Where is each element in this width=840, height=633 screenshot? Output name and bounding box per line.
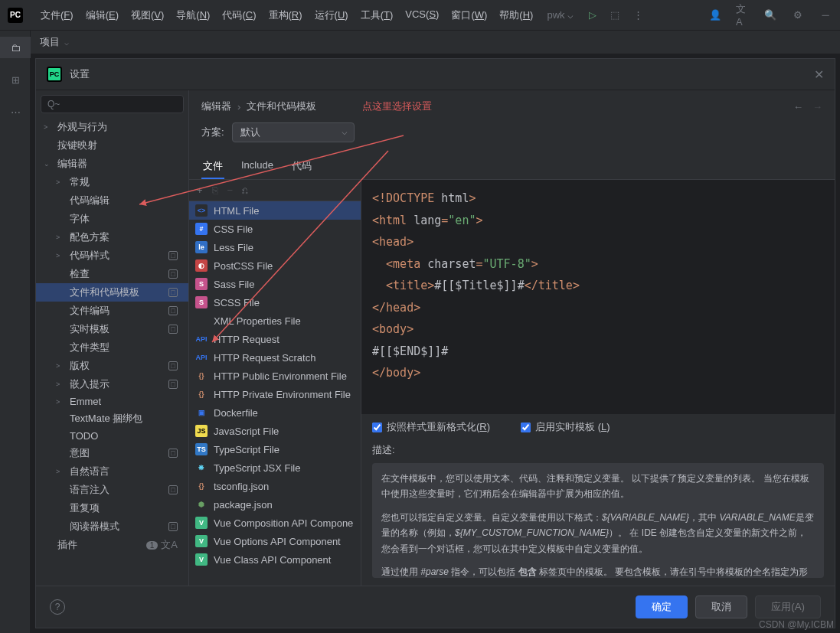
titlebar: PC 文件(F)编辑(E)视图(V)导航(N)代码(C)重构(R)运行(U)工具… [0, 0, 840, 31]
settings-logo: PC [47, 67, 62, 82]
tree-item[interactable]: 语言注入□ [36, 481, 188, 499]
template-file[interactable]: ❋TypeScript JSX File [189, 458, 361, 477]
project-header[interactable]: 项目 ⌵ [31, 31, 840, 54]
tree-item[interactable]: >嵌入提示□ [36, 375, 188, 393]
template-file[interactable]: VVue Class API Component [189, 550, 361, 569]
tree-item[interactable]: 检查□ [36, 265, 188, 283]
more-icon[interactable]: ⋮ [633, 9, 643, 21]
template-file[interactable]: ◐PostCSS File [189, 256, 361, 275]
settings-title: 设置 [70, 67, 814, 81]
tree-item[interactable]: >常规 [36, 173, 188, 191]
tree-item[interactable]: >外观与行为 [36, 118, 188, 136]
scheme-select[interactable]: 默认 [232, 122, 355, 142]
tree-item[interactable]: 重复项 [36, 499, 188, 517]
menu-U[interactable]: 运行(U) [309, 5, 355, 25]
annotation-text: 点这里选择设置 [362, 100, 432, 113]
tree-item[interactable]: 实时模板□ [36, 320, 188, 338]
tree-item[interactable]: >代码样式□ [36, 246, 188, 265]
structure-tool-icon[interactable]: ⊞ [0, 69, 31, 90]
ok-button[interactable]: 确定 [636, 595, 688, 618]
menu-V[interactable]: 视图(V) [125, 5, 170, 25]
tree-item[interactable]: 代码编辑 [36, 191, 188, 210]
template-file[interactable]: {}HTTP Private Environment File [189, 385, 361, 403]
copy-icon[interactable]: ⎘ [212, 184, 218, 196]
translate-icon[interactable]: 文A [736, 8, 750, 22]
tree-item[interactable]: >版权□ [36, 357, 188, 375]
cancel-button[interactable]: 取消 [695, 595, 747, 618]
scheme-label: 方案: [201, 126, 224, 139]
live-template-checkbox[interactable]: 启用实时模板 (L) [521, 420, 610, 434]
settings-dialog: PC 设置 ✕ Q~ >外观与行为按键映射⌄编辑器>常规代码编辑字体>配色方案>… [35, 58, 835, 628]
template-file[interactable]: APIHTTP Request [189, 330, 361, 348]
tree-item[interactable]: ⌄编辑器 [36, 155, 188, 173]
tree-item[interactable]: 文件类型 [36, 338, 188, 357]
template-file-list: <>HTML File#CSS FileleLess File◐PostCSS … [189, 201, 361, 586]
tree-item[interactable]: >配色方案 [36, 228, 188, 246]
tab-文件[interactable]: 文件 [201, 155, 224, 179]
template-file[interactable]: ▣Dockerfile [189, 403, 361, 422]
menu-R[interactable]: 重构(R) [263, 5, 309, 25]
tree-item[interactable]: TextMate 捆绑包 [36, 409, 188, 428]
template-file[interactable]: JSJavaScript File [189, 422, 361, 440]
run-icon[interactable]: ▷ [589, 9, 596, 21]
template-code-editor[interactable]: <!DOCTYPE html> <html lang="en"> <head> … [361, 180, 835, 414]
tree-item[interactable]: >Emmet [36, 393, 188, 409]
description-box: 在文件模板中，您可以使用文本、代码、注释和预定义变量。 以下提供了预定义变量的列… [372, 463, 824, 578]
template-file[interactable]: SSCSS File [189, 293, 361, 312]
menu-W[interactable]: 窗口(W) [445, 5, 493, 25]
template-file[interactable]: VVue Composition API Compone [189, 514, 361, 532]
more-tools-icon[interactable]: ⋯ [0, 101, 31, 122]
help-icon[interactable]: ? [50, 599, 65, 615]
tab-代码[interactable]: 代码 [290, 155, 313, 179]
template-tabs: 文件Include代码 [189, 150, 835, 180]
template-file[interactable]: SSass File [189, 275, 361, 293]
tree-item[interactable]: 插件1文A [36, 536, 188, 554]
template-file[interactable]: APIHTTP Request Scratch [189, 348, 361, 367]
delete-icon[interactable]: − [227, 184, 234, 196]
template-file[interactable]: XML Properties File [189, 312, 361, 330]
user-add-icon[interactable]: 👤 [708, 8, 722, 22]
back-icon[interactable]: ← [793, 101, 803, 113]
search-input[interactable]: Q~ [41, 95, 184, 113]
search-icon[interactable]: 🔍 [763, 8, 777, 22]
project-pwk: pwk ⌵ [547, 9, 574, 21]
menu-C[interactable]: 代码(C) [216, 5, 262, 25]
template-file[interactable]: VVue Options API Component [189, 532, 361, 550]
tree-item[interactable]: 意图□ [36, 444, 188, 462]
menu-N[interactable]: 导航(N) [170, 5, 216, 25]
reformat-checkbox[interactable]: 按照样式重新格式化(R) [372, 420, 490, 434]
tree-item[interactable]: TODO [36, 428, 188, 444]
tree-item[interactable]: >自然语言 [36, 462, 188, 481]
settings-gear-icon[interactable]: ⚙ [791, 8, 805, 22]
main-menu: 文件(F)编辑(E)视图(V)导航(N)代码(C)重构(R)运行(U)工具(T)… [34, 5, 539, 25]
menu-H[interactable]: 帮助(H) [493, 5, 539, 25]
menu-T[interactable]: 工具(T) [355, 5, 400, 25]
menu-S[interactable]: VCS(S) [399, 5, 445, 25]
tree-item[interactable]: 文件编码□ [36, 302, 188, 320]
forward-icon[interactable]: → [812, 101, 822, 113]
app-logo: PC [8, 8, 23, 23]
template-file[interactable]: #CSS File [189, 220, 361, 238]
close-icon[interactable]: ✕ [814, 67, 824, 82]
menu-E[interactable]: 编辑(E) [80, 5, 125, 25]
minimize-icon[interactable]: ─ [819, 8, 832, 22]
revert-icon[interactable]: ⎌ [242, 184, 248, 196]
template-file[interactable]: {}HTTP Public Environment File [189, 367, 361, 385]
add-icon[interactable]: + [197, 184, 203, 196]
template-file[interactable]: ⬢package.json [189, 495, 361, 514]
tab-Include[interactable]: Include [240, 155, 275, 179]
template-file[interactable]: leLess File [189, 238, 361, 256]
template-file[interactable]: {}tsconfig.json [189, 477, 361, 495]
tree-item[interactable]: 字体 [36, 210, 188, 228]
template-toolbar: + ⎘ − ⎌ [189, 180, 361, 201]
template-file[interactable]: TSTypeScript File [189, 440, 361, 458]
tree-item[interactable]: 按键映射 [36, 136, 188, 155]
apply-button[interactable]: 应用(A) [755, 595, 821, 618]
project-tool-icon[interactable]: 🗀 [0, 37, 31, 58]
tree-item[interactable]: 文件和代码模板□ [36, 283, 188, 302]
tree-item[interactable]: 阅读器模式□ [36, 517, 188, 536]
template-file[interactable]: <>HTML File [189, 201, 361, 220]
description-label: 描述: [361, 440, 835, 460]
menu-F[interactable]: 文件(F) [34, 5, 80, 25]
debug-icon[interactable]: ⬚ [610, 9, 619, 21]
